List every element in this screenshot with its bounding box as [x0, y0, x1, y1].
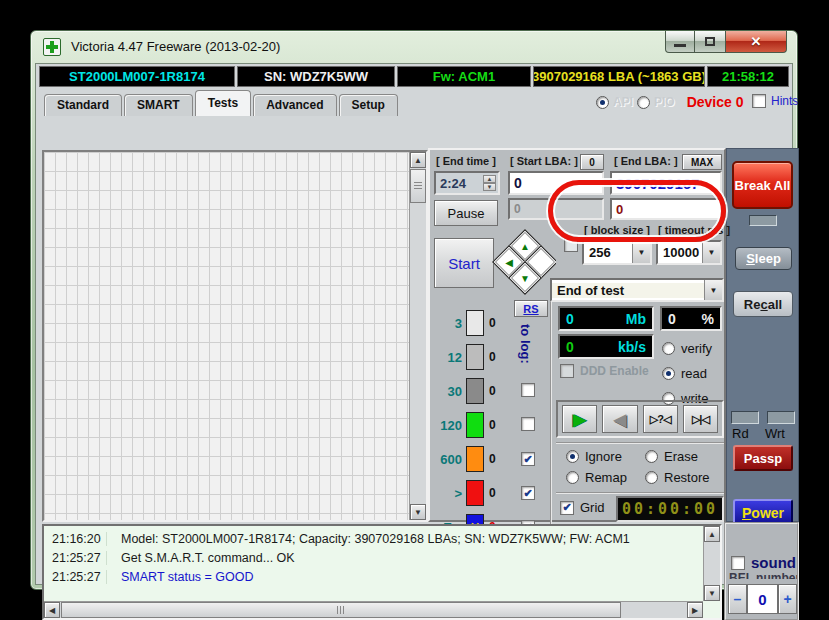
spin-up-icon[interactable]: ▲	[483, 175, 496, 183]
start-button[interactable]: Start	[434, 238, 494, 288]
max-lba-button[interactable]: MAX	[682, 154, 722, 170]
tab-smart[interactable]: SMART	[124, 94, 193, 116]
rd-indicator	[731, 411, 759, 424]
grid-checkbox[interactable]: ✔	[560, 501, 574, 515]
hints-checkbox[interactable]	[752, 94, 766, 108]
close-button[interactable]: ✕	[725, 31, 787, 53]
number-stepper: – 0 +	[728, 584, 797, 614]
scrollbar-thumb[interactable]	[410, 169, 426, 203]
restore-radio[interactable]	[645, 471, 658, 484]
title-bar[interactable]: Victoria 4.47 Freeware (2013-02-20) ✕	[31, 31, 797, 63]
interface-group: APIPIODevice 0	[596, 94, 744, 110]
percent-display: 0 %	[660, 306, 722, 331]
verify-radio[interactable]	[662, 342, 675, 355]
log-horizontal-scrollbar[interactable]: ◀ ▶	[44, 601, 703, 618]
action-option-remap[interactable]: Remap	[566, 470, 645, 485]
break-all-button[interactable]: Break All	[732, 161, 793, 209]
end-of-test-select[interactable]: End of test ▼	[550, 278, 724, 302]
action-label: Restore	[664, 470, 710, 485]
sleep-button[interactable]: Sleep	[735, 247, 792, 270]
start-lba-reset-button[interactable]: 0	[580, 154, 604, 170]
scrollbar-thumb[interactable]	[61, 602, 621, 618]
scan-button[interactable]: ▷?◁	[643, 405, 678, 433]
minimize-button[interactable]	[665, 31, 695, 53]
mode-option-verify[interactable]: verify	[662, 336, 712, 361]
tab-standard[interactable]: Standard	[44, 94, 122, 116]
action-option-restore[interactable]: Restore	[645, 470, 724, 485]
stepper-plus-button[interactable]: +	[778, 584, 797, 614]
grid-label: Grid	[580, 500, 605, 515]
to-log-checkbox[interactable]	[521, 383, 535, 397]
sound-label: sound	[751, 554, 796, 571]
end-time-spinner[interactable]: ▲▼	[483, 175, 496, 191]
action-option-erase[interactable]: Erase	[645, 449, 724, 464]
scroll-left-icon[interactable]: ◀	[44, 602, 60, 618]
scroll-up-icon[interactable]: ▲	[704, 526, 720, 542]
mode-option-read[interactable]: read	[662, 361, 712, 386]
start-lba-field[interactable]: 0	[508, 171, 604, 195]
scroll-right-icon[interactable]: ▶	[687, 602, 703, 618]
tab-advanced[interactable]: Advanced	[253, 94, 336, 116]
transport-controls: ▶◀▷?◁▷|◁	[556, 400, 724, 438]
chevron-down-icon[interactable]: ▼	[702, 242, 720, 263]
wrt-indicator	[767, 411, 795, 424]
speed-threshold-label: 3	[432, 316, 462, 331]
timeout-select[interactable]: 10000 ▼	[656, 240, 722, 265]
start-lba-current-field: 0	[508, 198, 604, 220]
divider	[556, 492, 724, 494]
chevron-down-icon[interactable]: ▼	[632, 242, 650, 263]
sound-panel: sound BEL number – 0 +	[724, 522, 799, 620]
tab-setup[interactable]: Setup	[339, 94, 398, 116]
scroll-up-icon[interactable]: ▲	[410, 152, 426, 168]
end-lba-field[interactable]: 3907029167	[610, 171, 722, 195]
device-serial: SN: WDZ7K5WW	[237, 66, 395, 87]
passp-button[interactable]: Passp	[733, 445, 793, 471]
spin-down-icon[interactable]: ▼	[483, 183, 496, 191]
rs-button[interactable]: RS	[514, 300, 548, 317]
hints-label: Hints	[771, 94, 798, 108]
tab-tests[interactable]: Tests	[195, 90, 251, 116]
speed-display: 0 kb/s	[558, 334, 654, 359]
to-log-checkbox[interactable]: ✔	[521, 486, 535, 500]
pause-button[interactable]: Pause	[434, 200, 498, 226]
action-label: Ignore	[585, 449, 622, 464]
action-label: Remap	[585, 470, 627, 485]
chevron-down-icon[interactable]: ▼	[704, 280, 722, 300]
remap-radio[interactable]	[566, 471, 579, 484]
to-log-checkbox[interactable]	[521, 417, 535, 431]
step-button[interactable]: ▷|◁	[683, 405, 718, 433]
scan-grid-scrollbar[interactable]: ▲ ▼	[409, 152, 426, 520]
block-size-group: [ block size ] [ timeout,ms ] 256 ▼ 1000…	[556, 220, 724, 278]
erase-radio[interactable]	[645, 450, 658, 463]
stepper-minus-button[interactable]: –	[728, 584, 747, 614]
clock: 21:58:12	[707, 66, 789, 87]
speed-threshold-label: >	[432, 486, 462, 501]
device-number-label: Device 0	[687, 94, 744, 110]
to-log-checkbox[interactable]: ✔	[521, 452, 535, 466]
maximize-button[interactable]	[695, 31, 725, 53]
recall-button[interactable]: Recall	[733, 291, 793, 317]
action-option-ignore[interactable]: Ignore	[566, 449, 645, 464]
stop-button[interactable]: ◀	[602, 405, 637, 433]
read-radio[interactable]	[662, 367, 675, 380]
minimize-icon	[674, 44, 686, 47]
log-entry: 21:25:27SMART status = GOOD	[44, 567, 703, 586]
play-button[interactable]: ▶	[562, 405, 597, 433]
ignore-radio[interactable]	[566, 450, 579, 463]
rd-label: Rd	[732, 426, 749, 441]
block-size-checkbox[interactable]	[564, 238, 578, 252]
scroll-down-icon[interactable]: ▼	[704, 585, 720, 601]
scroll-down-icon[interactable]: ▼	[410, 504, 426, 520]
maximize-icon	[705, 37, 715, 46]
to-log-slot: ✔	[521, 486, 536, 501]
speed-count: 0	[489, 452, 507, 466]
block-size-select[interactable]: 256 ▼	[582, 240, 652, 265]
sound-checkbox[interactable]	[731, 556, 745, 570]
speed-count: 0	[489, 418, 507, 432]
end-time-field[interactable]: 2:24 ▲▼	[434, 171, 500, 195]
api-label: API	[613, 95, 633, 109]
pio-radio[interactable]	[637, 96, 650, 109]
log-vertical-scrollbar[interactable]: ▲ ▼	[703, 526, 720, 601]
api-radio[interactable]	[596, 96, 609, 109]
clipped-label: BEL number	[729, 572, 797, 579]
